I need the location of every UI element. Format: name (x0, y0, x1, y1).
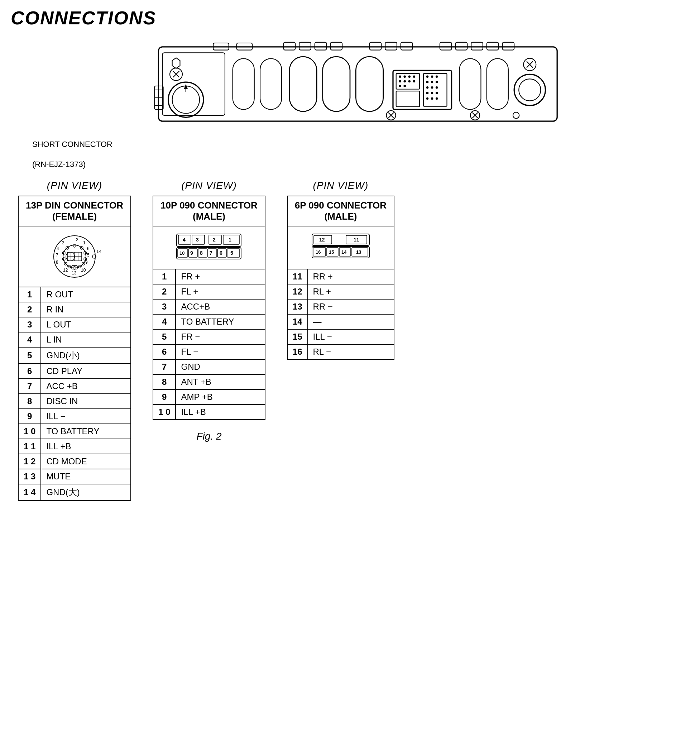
pin-number: 8 (18, 394, 41, 409)
svg-rect-78 (72, 265, 77, 269)
table-row: 1 2CD MODE (18, 454, 131, 469)
svg-text:9: 9 (190, 250, 193, 256)
svg-point-45 (408, 80, 411, 83)
table-row: 6FL − (153, 344, 265, 359)
table-row: 1 0TO BATTERY (18, 424, 131, 439)
svg-text:7: 7 (56, 253, 58, 257)
svg-point-50 (426, 76, 429, 78)
table-row: 8ANT +B (153, 374, 265, 390)
pin-name: GND(小) (41, 347, 131, 364)
svg-rect-12 (471, 42, 483, 50)
svg-rect-28 (233, 59, 254, 110)
table-row: 3ACC+B (153, 299, 265, 314)
svg-point-53 (426, 81, 429, 84)
table-row: 1 1ILL +B (18, 439, 131, 454)
svg-point-46 (413, 80, 416, 83)
pin-name: AMP +B (175, 390, 265, 405)
svg-rect-0 (158, 47, 557, 121)
connector3-table: 6P 090 CONNECTOR (MALE) 12 (287, 196, 394, 360)
connector1-block: (PIN VIEW) 13P DIN CONNECTOR (FEMALE) (18, 180, 131, 501)
svg-text:7: 7 (210, 250, 212, 256)
pin-name: CD PLAY (41, 364, 131, 379)
pin-name: TO BATTERY (41, 424, 131, 439)
pin-name: FR + (175, 269, 265, 284)
connector2-block: (PIN VIEW) 10P 090 CONNECTOR (MALE) (153, 180, 265, 442)
pin-name: GND (175, 359, 265, 374)
svg-rect-10 (440, 42, 452, 50)
table-row: 1 0ILL +B (153, 405, 265, 419)
connector1-title: 13P DIN CONNECTOR (FEMALE) (18, 196, 131, 226)
svg-point-43 (399, 80, 401, 83)
pin-number: 4 (18, 332, 41, 347)
pin-name: R IN (41, 302, 131, 317)
svg-point-57 (431, 86, 434, 89)
svg-rect-49 (424, 74, 447, 106)
pin-number: 1 2 (18, 454, 41, 469)
svg-point-61 (435, 92, 438, 94)
pin-number: 1 3 (18, 469, 41, 484)
svg-point-41 (408, 76, 411, 78)
svg-point-40 (403, 76, 406, 78)
pin-name: CD MODE (41, 454, 131, 469)
pin-name: RL + (308, 284, 394, 299)
pin-name: ACC+B (175, 299, 265, 314)
table-row: 8DISC IN (18, 394, 131, 409)
pin-name: MUTE (41, 469, 131, 484)
pin-number: 3 (18, 317, 41, 332)
table-row: 5FR − (153, 329, 265, 344)
svg-point-75 (513, 112, 519, 118)
pin-number: 16 (287, 344, 308, 359)
connector2-pin-view: (PIN VIEW) (181, 180, 237, 191)
svg-point-52 (435, 76, 438, 78)
pin-number: 9 (18, 409, 41, 424)
pin-number: 11 (287, 269, 308, 284)
pin-number: 1 4 (18, 484, 41, 500)
short-connector-part: (RN-EJZ-1373) (32, 160, 689, 169)
svg-text:1: 1 (229, 237, 231, 243)
connector3-diagram: 12 11 16 15 14 (287, 226, 394, 269)
table-row: 14— (287, 314, 394, 329)
svg-point-42 (413, 76, 416, 78)
pin-number: 13 (287, 299, 308, 314)
svg-point-62 (426, 97, 429, 100)
table-row: 9ILL − (18, 409, 131, 424)
svg-text:3: 3 (62, 240, 65, 246)
pin-name: RL − (308, 344, 394, 359)
svg-rect-131 (227, 249, 240, 257)
svg-point-60 (431, 92, 434, 94)
device-diagram (135, 36, 565, 136)
svg-text:1: 1 (83, 240, 85, 246)
svg-text:9: 9 (85, 260, 88, 265)
svg-rect-36 (393, 70, 452, 109)
svg-rect-9 (401, 42, 413, 50)
pin-name: R OUT (41, 287, 131, 302)
pin-name: FL − (175, 344, 265, 359)
pin-number: 6 (18, 364, 41, 379)
page-title: CONNECTIONS (11, 7, 689, 29)
svg-point-44 (403, 80, 406, 83)
svg-rect-7 (370, 42, 381, 50)
connector2-diagram: 4 3 2 1 10 (153, 226, 265, 269)
svg-point-58 (435, 86, 438, 89)
connector3-block: (PIN VIEW) 6P 090 CONNECTOR (MALE) (287, 180, 394, 360)
pin-number: 5 (18, 347, 41, 364)
connector3-pin-view: (PIN VIEW) (313, 180, 369, 191)
svg-rect-65 (459, 59, 481, 110)
pin-number: 1 1 (18, 439, 41, 454)
svg-text:2: 2 (213, 237, 216, 243)
svg-text:5: 5 (230, 250, 233, 256)
svg-text:14: 14 (341, 249, 347, 255)
svg-text:2: 2 (76, 237, 78, 242)
svg-text:10: 10 (81, 268, 86, 273)
svg-point-48 (403, 85, 406, 87)
table-row: 1FR + (153, 269, 265, 284)
pin-name: ACC +B (41, 379, 131, 394)
pin-name: RR + (308, 269, 394, 284)
svg-text:13: 13 (356, 249, 361, 255)
svg-rect-11 (456, 42, 468, 50)
table-row: 4L IN (18, 332, 131, 347)
pin-number: 15 (287, 329, 308, 344)
svg-point-71 (519, 79, 541, 101)
svg-rect-6 (330, 42, 342, 50)
table-row: 3L OUT (18, 317, 131, 332)
